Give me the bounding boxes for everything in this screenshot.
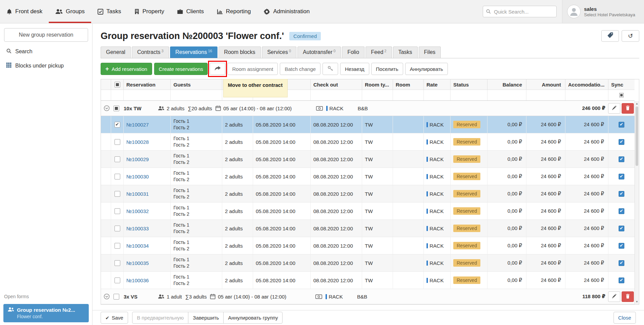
open-form-card[interactable]: Group reservation №2... Flower conf.: [3, 304, 89, 322]
sync-checkbox[interactable]: [619, 174, 624, 179]
delete-group-button[interactable]: [622, 291, 634, 302]
sync-checkbox[interactable]: [619, 122, 624, 128]
row-checkbox[interactable]: [115, 156, 120, 162]
tab-autotransfer[interactable]: Autotransfer0: [297, 46, 341, 58]
table-row[interactable]: №100030 Гость 1Гость 2 2 adults 05.08.20…: [101, 168, 635, 185]
col-accommodation[interactable]: Accomodatio...: [565, 79, 608, 90]
nav-clients[interactable]: Clients: [171, 0, 210, 23]
col-sync[interactable]: Sync: [608, 79, 635, 90]
collapse-group-icon[interactable]: [104, 293, 110, 300]
tab-general[interactable]: General: [101, 46, 131, 58]
nav-reporting[interactable]: Reporting: [210, 0, 257, 23]
reservation-link[interactable]: №100027: [126, 122, 149, 128]
row-checkbox[interactable]: [115, 208, 120, 214]
nav-administration[interactable]: Administration: [257, 0, 316, 23]
col-room-type[interactable]: Room ty...: [362, 79, 393, 90]
no-show-button[interactable]: Незаезд: [340, 63, 369, 75]
reservation-link[interactable]: №100029: [126, 156, 149, 162]
table-scrollbar[interactable]: ▲ ▼: [635, 101, 639, 304]
group-checkbox[interactable]: [113, 294, 119, 300]
reservation-link[interactable]: №100034: [126, 243, 149, 249]
sync-checkbox[interactable]: [619, 156, 624, 162]
tab-tasks[interactable]: Tasks: [393, 46, 418, 58]
table-row[interactable]: №100032 Гость 1Гость 2 2 adults 05.08.20…: [101, 203, 635, 220]
col-reservation[interactable]: Reservation: [124, 79, 171, 90]
group-checkbox[interactable]: [113, 106, 119, 111]
reservation-link[interactable]: №100035: [126, 260, 149, 266]
new-group-reservation-button[interactable]: New group reservation: [4, 28, 88, 42]
nav-groups[interactable]: Groups: [49, 0, 91, 23]
reservation-link[interactable]: №100032: [126, 208, 149, 214]
scrollbar-thumb[interactable]: [636, 107, 638, 166]
quick-search-input[interactable]: [483, 6, 557, 17]
sidebar-item-blocks-under-pickup[interactable]: Blocks under pickup: [0, 59, 92, 73]
col-guests[interactable]: Guests: [171, 79, 222, 90]
col-status[interactable]: Status: [451, 79, 487, 90]
sync-checkbox[interactable]: [619, 260, 624, 266]
sync-checkbox[interactable]: [619, 191, 624, 197]
row-checkbox[interactable]: [115, 122, 120, 128]
row-checkbox[interactable]: [115, 260, 120, 266]
move-to-other-contract-button[interactable]: [210, 63, 225, 75]
reservation-link[interactable]: №100031: [126, 191, 149, 197]
tags-button[interactable]: [601, 30, 619, 42]
col-balance[interactable]: Balance: [487, 79, 526, 90]
table-row[interactable]: №100036 Гость 1Гость 2 2 adults 05.08.20…: [101, 272, 635, 289]
sync-checkbox[interactable]: [619, 226, 624, 231]
key-button[interactable]: [323, 63, 338, 75]
table-row[interactable]: №100033 Гость 1Гость 2 2 adults 05.08.20…: [101, 220, 635, 237]
row-checkbox[interactable]: [115, 139, 120, 145]
select-all-checkbox[interactable]: [115, 82, 120, 88]
col-amount[interactable]: Amount: [526, 79, 565, 90]
table-row[interactable]: №100028 Гость 1Гость 2 2 adults 05.08.20…: [101, 133, 635, 151]
sidebar-item-search[interactable]: Search: [0, 44, 92, 59]
sync-checkbox[interactable]: [619, 139, 624, 145]
tab-room-blocks[interactable]: Room blocks: [219, 46, 261, 58]
batch-change-button[interactable]: Batch change: [280, 63, 320, 75]
table-row[interactable]: №100031 Гость 1Гость 2 2 adults 05.08.20…: [101, 185, 635, 203]
nav-property[interactable]: Property: [128, 0, 171, 23]
sync-checkbox[interactable]: [619, 208, 624, 214]
tab-reservations[interactable]: Reservations16: [170, 46, 218, 58]
tab-feed[interactable]: Feed2: [366, 46, 392, 58]
add-reservation-button[interactable]: +Add reservation: [101, 63, 152, 75]
check-in-button[interactable]: Поселить: [371, 63, 403, 75]
group-row-3x-vs[interactable]: 3x VS 1 adult ∑3 adults 05 авг (14:00) -…: [101, 289, 635, 304]
nav-front-desk[interactable]: Front desk: [0, 0, 49, 23]
sync-all-checkbox[interactable]: [619, 93, 624, 97]
reservation-link[interactable]: №100028: [126, 139, 149, 145]
table-row[interactable]: №100035 Гость 1Гость 2 2 adults 05.08.20…: [101, 254, 635, 272]
tab-services[interactable]: Services0: [262, 46, 296, 58]
table-row[interactable]: №100027 Гость 1Гость 2 2 adults 05.08.20…: [101, 116, 635, 133]
col-rate[interactable]: Rate: [424, 79, 451, 90]
reservation-link[interactable]: №100030: [126, 174, 149, 179]
scroll-down-arrow[interactable]: ▼: [635, 300, 639, 304]
tab-files[interactable]: Files: [419, 46, 441, 58]
col-check-out[interactable]: Check out: [311, 79, 362, 90]
delete-group-button[interactable]: [622, 103, 634, 114]
tab-folio[interactable]: Folio: [342, 46, 365, 58]
user-menu[interactable]: sales Select Hotel Paveletskaya: [562, 0, 644, 23]
annul-button[interactable]: Аннулировать: [405, 63, 448, 75]
to-preliminary-button[interactable]: В предварительную: [132, 312, 188, 324]
create-reservations-button[interactable]: Create reservations: [154, 63, 208, 75]
row-checkbox[interactable]: [115, 243, 120, 249]
collapse-group-icon[interactable]: [104, 105, 110, 111]
col-room[interactable]: Room: [393, 79, 424, 90]
nav-tasks[interactable]: Tasks: [91, 0, 127, 23]
reservation-link[interactable]: №100033: [126, 226, 149, 231]
annul-group-button[interactable]: Аннулировать группу: [223, 312, 283, 324]
history-button[interactable]: ↺: [622, 30, 639, 42]
reservation-link[interactable]: №100036: [126, 278, 149, 283]
edit-group-button[interactable]: [608, 103, 620, 114]
table-row[interactable]: №100034 Гость 1Гость 2 2 adults 05.08.20…: [101, 237, 635, 254]
scroll-up-arrow[interactable]: ▲: [635, 101, 639, 106]
row-checkbox[interactable]: [115, 278, 120, 283]
save-button[interactable]: ✔Save: [101, 312, 128, 324]
group-row-10x-tw[interactable]: 10x TW 2 adults ∑20 adults 05 авг (14:00…: [101, 101, 635, 116]
room-assignment-button[interactable]: Room assignment: [227, 63, 278, 75]
sync-checkbox[interactable]: [619, 278, 624, 283]
sync-checkbox[interactable]: [619, 243, 624, 249]
row-checkbox[interactable]: [115, 191, 120, 197]
edit-group-button[interactable]: [608, 291, 620, 302]
